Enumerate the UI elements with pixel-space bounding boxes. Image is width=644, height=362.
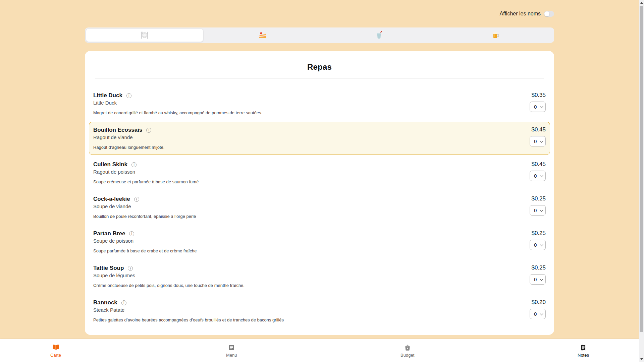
- nav-label: Menu: [226, 353, 237, 358]
- show-names-label: Afficher les noms: [500, 11, 541, 17]
- menu-card: Repas Little Duck i Little Duck Magret d…: [85, 51, 554, 335]
- item-description: Magret de canard grillé et flambé au whi…: [93, 110, 523, 116]
- show-names-toggle[interactable]: [544, 11, 554, 17]
- nav-item-carte[interactable]: Carte: [40, 339, 71, 362]
- menu-items: Little Duck i Little Duck Magret de cana…: [93, 86, 546, 328]
- info-icon[interactable]: i: [126, 93, 131, 98]
- cup-straw-icon: [375, 31, 383, 40]
- item-info-block: Tattie Soup i Soupe de légumes Crème onc…: [93, 264, 523, 288]
- item-name: Cullen Skink: [93, 161, 127, 168]
- menu-item: Cock-a-leekie i Soupe de viande Bouillon…: [93, 190, 546, 225]
- item-description: Bouillon de poule réconfortant, épaissie…: [93, 214, 523, 219]
- item-name: Bannock: [93, 299, 117, 306]
- item-info-block: Cullen Skink i Ragout de poisson Soupe c…: [93, 161, 523, 185]
- nav-label: Notes: [578, 353, 589, 358]
- quantity-select[interactable]: 0: [530, 102, 546, 112]
- menu-list-icon: [228, 344, 235, 351]
- info-icon[interactable]: i: [129, 231, 134, 236]
- nav-item-menu[interactable]: Menu: [216, 339, 247, 362]
- bottom-nav: Carte Menu Budget Notes: [0, 339, 639, 362]
- show-names-row: Afficher les noms: [85, 0, 554, 17]
- quantity-select[interactable]: 0: [530, 240, 546, 250]
- item-subtitle: Ragout de poisson: [93, 168, 523, 175]
- scrollbar-thumb[interactable]: [640, 6, 643, 332]
- item-info-block: Cock-a-leekie i Soupe de viande Bouillon…: [93, 195, 523, 219]
- info-icon[interactable]: i: [146, 128, 151, 133]
- item-subtitle: Soupe de poisson: [93, 237, 523, 244]
- item-order-block: $0.25 0: [530, 195, 546, 219]
- beer-icon: [491, 31, 500, 40]
- item-info-block: Partan Bree i Soupe de poisson Soupe par…: [93, 230, 523, 254]
- item-order-block: $0.25 0: [530, 264, 546, 288]
- quantity-select-wrap: 0: [530, 102, 546, 112]
- item-subtitle: Soupe de viande: [93, 203, 523, 210]
- menu-item: Cullen Skink i Ragout de poisson Soupe c…: [93, 156, 546, 190]
- item-info-block: Bannock i Steack Patate Petites galettes…: [93, 299, 523, 323]
- quantity-select-wrap: 0: [530, 171, 546, 181]
- plate-cutlery-icon: [140, 31, 149, 40]
- cake-icon: [258, 31, 267, 40]
- content-column: Afficher les noms Repas Little Duck: [85, 0, 554, 335]
- item-subtitle: Soupe de légumes: [93, 272, 523, 279]
- item-name: Cock-a-leekie: [93, 195, 130, 203]
- nav-label: Carte: [50, 353, 61, 358]
- item-price: $0.45: [531, 161, 546, 168]
- receipt-icon: [580, 344, 587, 351]
- info-icon[interactable]: i: [121, 300, 126, 305]
- quantity-select[interactable]: 0: [530, 274, 546, 285]
- toggle-knob: [544, 11, 549, 16]
- item-order-block: $0.25 0: [530, 230, 546, 254]
- quantity-select[interactable]: 0: [530, 309, 546, 319]
- item-description: Ragoût d’agneau longuement mijoté.: [93, 144, 523, 150]
- open-book-icon: [52, 344, 60, 351]
- item-name: Bouillon Ecossais: [93, 126, 142, 134]
- menu-item: Partan Bree i Soupe de poisson Soupe par…: [93, 225, 546, 259]
- quantity-select-wrap: 0: [530, 136, 546, 146]
- menu-item: Tattie Soup i Soupe de légumes Crème onc…: [93, 259, 546, 294]
- item-order-block: $0.45 0: [530, 161, 546, 185]
- tab-bar: [85, 27, 554, 43]
- item-name: Tattie Soup: [93, 264, 124, 272]
- item-info-block: Bouillon Ecossais i Ragout de viande Rag…: [93, 126, 523, 150]
- item-order-block: $0.45 0: [530, 126, 546, 150]
- item-order-block: $0.20 0: [530, 299, 546, 323]
- item-description: Soupe crémeuse et parfumée à base de sau…: [93, 179, 523, 185]
- quantity-select-wrap: 0: [530, 205, 546, 216]
- item-description: Soupe parfumée à base de crabe et de crè…: [93, 248, 523, 254]
- item-price: $0.35: [531, 92, 546, 99]
- tab-cup-straw[interactable]: [321, 27, 438, 43]
- quantity-select[interactable]: 0: [530, 171, 546, 181]
- item-name: Partan Bree: [93, 230, 125, 237]
- item-subtitle: Steack Patate: [93, 306, 523, 313]
- item-price: $0.45: [531, 126, 546, 133]
- item-info-block: Little Duck i Little Duck Magret de cana…: [93, 92, 523, 116]
- tab-plate-cutlery[interactable]: [86, 28, 203, 42]
- scroll-down-arrow-icon[interactable]: [640, 358, 643, 360]
- item-description: Petites galettes d’avoine beurées accomp…: [93, 317, 523, 323]
- item-price: $0.20: [531, 299, 546, 306]
- nav-label: Budget: [400, 353, 414, 358]
- quantity-select-wrap: 0: [530, 309, 546, 319]
- scroll-up-arrow-icon[interactable]: [640, 2, 643, 4]
- item-name: Little Duck: [93, 92, 122, 99]
- menu-item: Bannock i Steack Patate Petites galettes…: [93, 294, 546, 328]
- page-title: Repas: [93, 62, 546, 72]
- vertical-scrollbar[interactable]: [639, 0, 644, 362]
- tab-beer[interactable]: [437, 27, 554, 43]
- tab-cake[interactable]: [204, 27, 321, 43]
- info-icon[interactable]: i: [134, 197, 139, 202]
- info-icon[interactable]: i: [128, 266, 133, 271]
- item-subtitle: Ragout de viande: [93, 134, 523, 141]
- quantity-select-wrap: 0: [530, 274, 546, 285]
- menu-item: Little Duck i Little Duck Magret de cana…: [93, 86, 546, 121]
- quantity-select[interactable]: 0: [530, 205, 546, 216]
- info-icon[interactable]: i: [131, 162, 137, 167]
- item-subtitle: Little Duck: [93, 99, 523, 106]
- item-price: $0.25: [531, 264, 546, 271]
- nav-item-notes[interactable]: Notes: [568, 339, 599, 362]
- quantity-select[interactable]: 0: [530, 136, 546, 146]
- quantity-select-wrap: 0: [530, 240, 546, 250]
- title-divider: [95, 78, 544, 78]
- nav-item-budget[interactable]: Budget: [392, 339, 423, 362]
- item-price: $0.25: [531, 230, 546, 237]
